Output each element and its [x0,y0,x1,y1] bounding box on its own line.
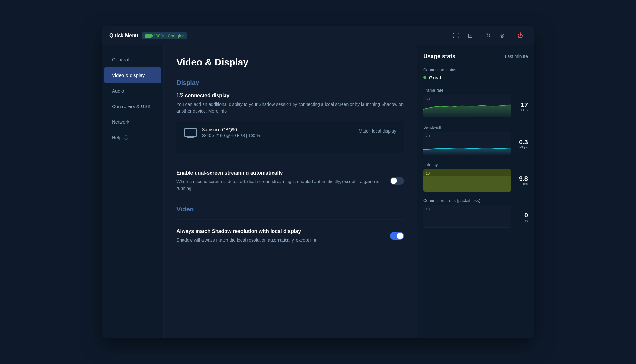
connected-display-count: 1/2 connected display [176,93,404,99]
always-match-info: Always match Shadow resolution with loca… [176,229,384,244]
sidebar-item-general[interactable]: General [104,52,161,67]
sidebar: General Video & display Audio Controller… [102,45,164,338]
latency-section: Latency 10 9.8 ms [423,162,528,192]
connected-display-desc: You can add an additional display to you… [176,101,404,114]
video-section-title: Video [176,206,404,213]
monitor-icon [184,128,197,141]
latency-max-label: 10 [426,171,430,175]
toggle-slider-on [390,232,404,240]
connection-drops-max-label: 10 [426,207,430,211]
bandwidth-value: 0.3 [511,139,528,145]
dual-screen-toggle-row: Enable dual-screen streaming automatical… [176,161,404,201]
stats-period: Last minute [505,54,528,59]
latency-chart: 10 [423,169,511,192]
frame-rate-value-block: 17 FPS [511,102,528,112]
latency-chart-wrapper: 10 [423,169,511,192]
stats-title: Usage stats [423,53,455,60]
monitor-details: Samsung QBQ90 3840 x 2160 @ 60 FPS | 100… [202,127,260,138]
fit-screen-button[interactable]: ⊡ [464,29,476,42]
bandwidth-max-label: 70 [426,134,430,138]
always-match-desc: Shadow will always match the local resol… [176,237,384,244]
connection-drops-row: 10 [423,205,528,229]
toggle-knob [391,178,397,184]
connected-display-header: 1/2 connected display You can add an add… [176,93,404,114]
connection-drops-chart-wrapper: 10 [423,205,511,229]
usage-stats-panel: Usage stats Last minute Connection statu… [417,45,534,338]
sidebar-item-audio[interactable]: Audio [104,83,161,99]
bandwidth-section: Bandwidth 70 [423,125,528,156]
bandwidth-chart: 70 [423,132,511,155]
content-area: Video & Display Display 1/2 connected di… [164,45,417,338]
connection-drops-chart: 10 [423,205,511,228]
latency-row: 10 9.8 ms [423,169,528,192]
header-divider [479,32,479,39]
dual-screen-info: Enable dual-screen streaming automatical… [176,170,384,192]
monitor-card: Samsung QBQ90 3840 x 2160 @ 60 FPS | 100… [176,121,404,153]
monitor-specs: 3840 x 2160 @ 60 FPS | 100 % [202,133,260,138]
refresh-button[interactable]: ↻ [482,29,494,42]
battery-fill [145,34,151,37]
battery-text: 100% - Charging [154,33,185,38]
connection-status-label: Connection status [423,67,528,72]
video-section: Video Always match Shadow resolution wit… [176,206,404,252]
connection-drops-label: Connection drops (packet loss) [423,198,528,203]
left-panel: General Video & display Audio Controller… [102,45,417,338]
always-match-toggle[interactable] [390,232,404,240]
sidebar-item-help[interactable]: Help ⓘ [104,130,161,146]
battery-indicator: 100% - Charging [142,32,187,39]
frame-rate-max-label: 60 [426,97,430,101]
connection-drops-unit: % [511,218,528,222]
display-section-title: Display [176,79,404,86]
sidebar-item-network[interactable]: Network [104,114,161,130]
frame-rate-value: 17 [511,102,528,108]
header-left: Quick Menu 100% - Charging [109,32,450,39]
settings-button[interactable]: ⊗ [496,29,508,42]
battery-icon [145,34,152,38]
connection-drops-value-block: 0 % [511,212,528,222]
frame-rate-unit: FPS [511,108,528,112]
frame-rate-label: Frame rate [423,88,528,93]
power-button[interactable]: ⏻ [514,29,527,42]
frame-rate-row: 60 [423,95,528,119]
latency-unit: ms [511,182,528,186]
bandwidth-chart-wrapper: 70 [423,132,511,156]
frame-rate-section: Frame rate 60 [423,88,528,119]
dual-screen-title: Enable dual-screen streaming automatical… [176,170,384,176]
quick-menu-label: Quick Menu [109,33,138,38]
frame-rate-chart-wrapper: 60 [423,95,511,119]
bandwidth-unit: Mbps [511,145,528,149]
frame-rate-chart: 60 [423,95,511,117]
latency-label: Latency [423,162,528,167]
monitor-name: Samsung QBQ90 [202,127,260,132]
connection-drops-section: Connection drops (packet loss) 10 [423,198,528,229]
status-dot [423,76,426,79]
header: Quick Menu 100% - Charging ⛶ ⊡ ↻ ⊗ ⏻ [102,26,534,45]
connection-status-section: Connection status Great [423,67,528,80]
toggle-slider [390,177,404,185]
bandwidth-row: 70 [423,132,528,156]
display-section: Display 1/2 connected display You can ad… [176,79,404,201]
match-local-display-button[interactable]: Match local display [359,127,396,134]
svg-rect-0 [184,129,197,136]
header-controls: ⛶ ⊡ ↻ ⊗ ⏻ [450,29,527,42]
bandwidth-label: Bandwidth [423,125,528,130]
page-title: Video & Display [176,57,404,68]
latency-value-block: 9.8 ms [511,175,528,186]
header-divider-2 [511,32,511,39]
bandwidth-value-block: 0.3 Mbps [511,139,528,149]
sidebar-item-controllers-usb[interactable]: Controllers & USB [104,99,161,114]
monitor-info-row: Samsung QBQ90 3840 x 2160 @ 60 FPS | 100… [184,127,396,141]
stats-header: Usage stats Last minute [423,53,528,60]
toggle-knob-on [397,233,403,239]
always-match-toggle-row: Always match Shadow resolution with loca… [176,219,404,252]
expand-button[interactable]: ⛶ [450,29,462,42]
help-circle-icon: ⓘ [124,135,128,141]
sidebar-item-video-display[interactable]: Video & display [104,67,161,83]
main-area: General Video & display Audio Controller… [102,45,534,338]
always-match-title: Always match Shadow resolution with loca… [176,229,384,234]
dual-screen-desc: When a second screen is detected, dual-s… [176,178,384,192]
more-info-link[interactable]: More info [208,108,227,113]
connection-drops-value: 0 [511,212,528,218]
connection-status-value: Great [423,75,528,80]
dual-screen-toggle[interactable] [390,177,404,185]
